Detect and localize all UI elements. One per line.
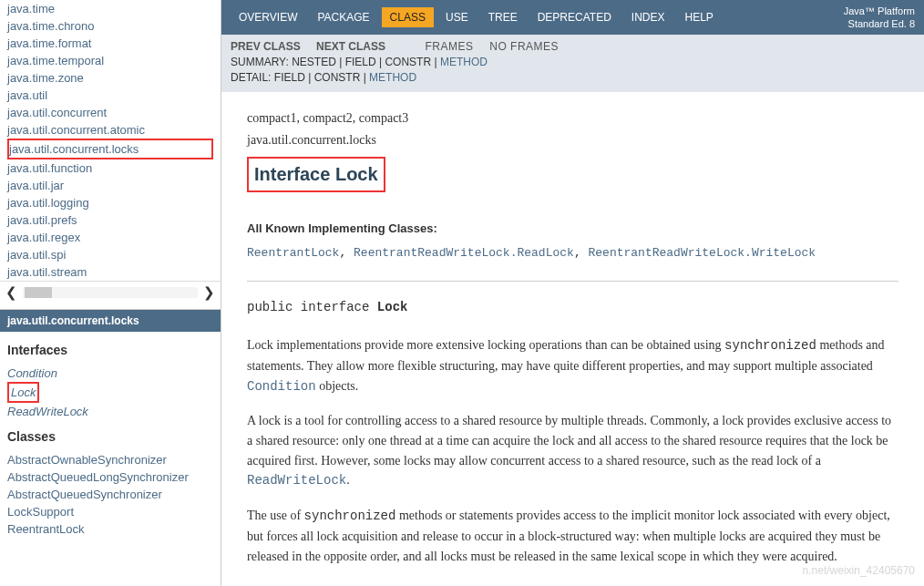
scroll-right-icon[interactable]: ❯ — [203, 284, 215, 301]
sig-keywords: public interface — [247, 300, 377, 314]
package-link[interactable]: java.util.spi — [7, 246, 213, 263]
class-link[interactable]: AbstractOwnableSynchronizer — [7, 451, 213, 468]
package-link[interactable]: java.time — [7, 0, 213, 17]
divider — [247, 281, 898, 282]
detail-method-link[interactable]: METHOD — [369, 71, 416, 84]
frames-link[interactable]: FRAMES — [425, 40, 473, 53]
impl-link[interactable]: ReentrantReadWriteLock.ReadLock — [354, 246, 574, 260]
left-pane: java.timejava.time.chronojava.time.forma… — [0, 0, 221, 586]
readwritelock-link[interactable]: ReadWriteLock — [247, 473, 346, 488]
package-list[interactable]: java.timejava.time.chronojava.time.forma… — [0, 0, 221, 281]
summary-label: SUMMARY: — [231, 56, 289, 68]
interfaces-heading: Interfaces — [7, 343, 213, 357]
description-p1: Lock implementations provide more extens… — [247, 335, 898, 396]
nav-tab-help[interactable]: HELP — [676, 7, 721, 27]
package-link[interactable]: java.util.concurrent.atomic — [7, 121, 213, 139]
detail-field: FIELD — [274, 71, 305, 84]
nav-tab-package[interactable]: PACKAGE — [309, 7, 377, 27]
package-line: java.util.concurrent.locks — [247, 130, 898, 150]
top-nav: OVERVIEWPACKAGECLASSUSETREEDEPRECATEDIND… — [221, 0, 924, 35]
platform-line1: Java™ Platform — [844, 5, 915, 17]
package-link[interactable]: java.util.logging — [7, 194, 213, 211]
detail-constr: CONSTR — [314, 71, 361, 84]
package-link[interactable]: java.util.stream — [7, 263, 213, 281]
package-link[interactable]: java.util.concurrent — [7, 104, 213, 121]
scroll-left-icon[interactable]: ❮ — [5, 284, 17, 301]
main-pane[interactable]: OVERVIEWPACKAGECLASSUSETREEDEPRECATEDIND… — [221, 0, 924, 586]
nav-tab-tree[interactable]: TREE — [480, 7, 526, 27]
interface-link[interactable]: Condition — [7, 365, 213, 382]
scroll-track[interactable] — [23, 287, 198, 298]
summary-method-link[interactable]: METHOD — [440, 56, 488, 68]
no-frames-link[interactable]: NO FRAMES — [489, 40, 559, 53]
scroll-thumb[interactable] — [25, 287, 52, 298]
nav-tab-overview[interactable]: OVERVIEW — [231, 7, 305, 27]
interface-link[interactable]: Lock — [11, 384, 36, 401]
known-impl-label: All Known Implementing Classes: — [247, 220, 898, 238]
horizontal-scrollbar[interactable]: ❮ ❯ — [0, 281, 221, 303]
nav-tab-class[interactable]: CLASS — [382, 7, 434, 27]
summary-field: FIELD — [345, 56, 376, 68]
prev-class-link[interactable]: PREV CLASS — [231, 40, 301, 53]
package-header: java.util.concurrent.locks — [0, 310, 221, 332]
summary-constr: CONSTR — [385, 56, 431, 68]
next-class-link[interactable]: NEXT CLASS — [316, 40, 385, 53]
impl-link[interactable]: ReentrantReadWriteLock.WriteLock — [588, 246, 816, 260]
page-title: Interface Lock — [247, 157, 385, 192]
class-link[interactable]: AbstractQueuedLongSynchronizer — [7, 468, 213, 486]
nav-tab-use[interactable]: USE — [437, 7, 477, 27]
class-link[interactable]: LockSupport — [7, 503, 213, 520]
package-link[interactable]: java.util.concurrent.locks — [7, 139, 213, 159]
summary-nested: NESTED — [292, 56, 336, 68]
package-link[interactable]: java.time.zone — [7, 69, 213, 87]
condition-link[interactable]: Condition — [247, 379, 316, 394]
package-link[interactable]: java.util.jar — [7, 177, 213, 194]
watermark: n.net/weixin_42405670 — [803, 564, 915, 577]
type-signature: public interface Lock — [247, 298, 898, 318]
interface-link[interactable]: ReadWriteLock — [7, 403, 213, 420]
class-list-frame[interactable]: java.util.concurrent.locks Interfaces Co… — [0, 310, 221, 586]
description-p2: A lock is a tool for controlling access … — [247, 411, 898, 491]
profiles-line: compact1, compact2, compact3 — [247, 108, 898, 129]
impl-link[interactable]: ReentrantLock — [247, 246, 339, 260]
classes-heading: Classes — [7, 429, 213, 444]
nav-tab-deprecated[interactable]: DEPRECATED — [529, 7, 620, 27]
package-link[interactable]: java.util.prefs — [7, 211, 213, 229]
package-link[interactable]: java.time.format — [7, 35, 213, 52]
platform-label: Java™ Platform Standard Ed. 8 — [844, 5, 915, 30]
package-link[interactable]: java.time.chrono — [7, 17, 213, 35]
class-link[interactable]: AbstractQueuedSynchronizer — [7, 486, 213, 503]
package-link[interactable]: java.util — [7, 87, 213, 104]
known-impl-list: ReentrantLock, ReentrantReadWriteLock.Re… — [247, 244, 898, 262]
class-link[interactable]: ReentrantLock — [7, 520, 213, 538]
sig-name: Lock — [377, 300, 408, 314]
sub-nav: PREV CLASS NEXT CLASS FRAMES NO FRAMES S… — [221, 35, 924, 92]
package-link[interactable]: java.time.temporal — [7, 52, 213, 69]
detail-label: DETAIL: — [231, 71, 271, 84]
description-p3: The use of synchronized methods or state… — [247, 506, 898, 566]
nav-tab-index[interactable]: INDEX — [623, 7, 673, 27]
content-area: compact1, compact2, compact3 java.util.c… — [221, 92, 924, 586]
package-link[interactable]: java.util.function — [7, 159, 213, 177]
package-list-frame: java.timejava.time.chronojava.time.forma… — [0, 0, 221, 310]
nav-tabs: OVERVIEWPACKAGECLASSUSETREEDEPRECATEDIND… — [231, 7, 722, 27]
package-link[interactable]: java.util.regex — [7, 229, 213, 246]
platform-line2: Standard Ed. 8 — [844, 17, 915, 30]
